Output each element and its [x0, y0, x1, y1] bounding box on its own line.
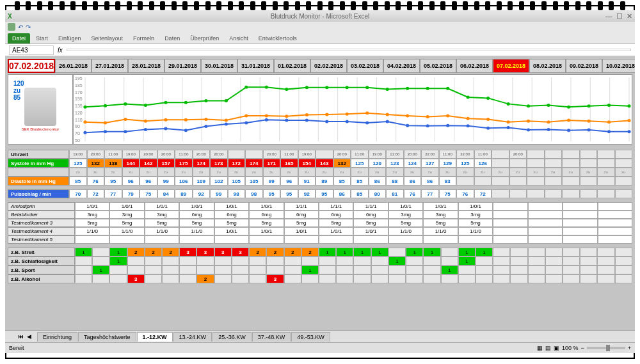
med-cell[interactable]: 6mg [179, 210, 214, 219]
cell[interactable]: 92 [298, 189, 316, 198]
med-cell[interactable] [528, 227, 563, 235]
cell[interactable]: 86 [369, 177, 387, 186]
cell[interactable] [527, 159, 545, 168]
cell[interactable]: zu [140, 168, 157, 177]
cell[interactable]: 127 [421, 159, 439, 168]
factor-cell[interactable] [510, 265, 527, 274]
factor-cell[interactable] [214, 257, 232, 265]
factor-cell[interactable] [441, 274, 458, 283]
close-icon[interactable]: ✕ [627, 12, 632, 20]
med-cell[interactable]: 3mg [458, 210, 493, 219]
factor-cell[interactable] [563, 248, 580, 257]
factor-cell[interactable] [563, 265, 580, 274]
cell[interactable]: 92 [193, 189, 211, 198]
med-cell[interactable]: 1/0/1 [214, 227, 249, 235]
med-cell[interactable] [598, 202, 632, 210]
factor-cell[interactable] [510, 274, 527, 283]
factor-cell[interactable] [179, 274, 196, 283]
med-cell[interactable]: 3mg [423, 210, 458, 219]
cell[interactable] [597, 150, 615, 159]
med-cell[interactable]: 1/0/1 [353, 227, 388, 235]
factor-cell[interactable] [249, 257, 266, 265]
med-cell[interactable] [528, 202, 563, 210]
cell[interactable] [527, 150, 545, 159]
cell[interactable]: 171 [263, 159, 281, 168]
factor-cell[interactable] [476, 265, 493, 274]
factor-cell[interactable] [615, 257, 632, 265]
med-cell[interactable]: 1/1/0 [145, 227, 179, 235]
cell[interactable]: 144 [122, 159, 140, 168]
factor-cell[interactable] [179, 265, 196, 274]
med-cell[interactable]: 5mg [75, 219, 109, 227]
factor-cell[interactable] [162, 274, 179, 283]
minimize-icon[interactable]: — [605, 12, 612, 20]
med-cell[interactable]: 1/1/1 [284, 202, 319, 210]
cell[interactable]: 89 [316, 177, 333, 186]
factor-cell[interactable] [580, 265, 597, 274]
cell[interactable] [492, 150, 509, 159]
med-cell[interactable] [563, 235, 597, 244]
cell[interactable]: zu [615, 168, 633, 177]
cell[interactable] [527, 177, 545, 186]
factor-cell[interactable] [162, 265, 179, 274]
ribbon-tab-datei[interactable]: Datei [8, 33, 30, 44]
med-cell[interactable] [249, 235, 284, 244]
factor-cell[interactable] [249, 265, 266, 274]
cell[interactable]: 86 [421, 177, 439, 186]
cell[interactable]: zu [157, 168, 175, 177]
factor-cell[interactable] [580, 257, 597, 265]
cell[interactable]: 11:00 [104, 150, 122, 159]
cell[interactable]: 77 [421, 189, 439, 198]
factor-cell[interactable]: 1 [458, 257, 476, 265]
cell[interactable]: 105 [228, 177, 246, 186]
sheet-tab[interactable]: Tageshöchstwerte [78, 332, 136, 342]
factor-cell[interactable] [336, 274, 353, 283]
undo-icon[interactable]: ↶ [18, 24, 23, 31]
cell[interactable]: 20:00 [193, 150, 211, 159]
cell[interactable]: 20:00 [87, 150, 105, 159]
cell[interactable]: 98 [228, 189, 246, 198]
cell[interactable] [492, 177, 509, 186]
med-cell[interactable] [388, 235, 423, 244]
sheet-tab[interactable]: 49.-53.KW [291, 332, 330, 342]
cell[interactable]: 11:00 [474, 150, 492, 159]
factor-cell[interactable] [249, 274, 266, 283]
factor-cell[interactable]: 1 [92, 265, 109, 274]
factor-cell[interactable] [580, 274, 597, 283]
factor-cell[interactable] [580, 248, 597, 257]
cell[interactable]: 11:00 [175, 150, 193, 159]
med-cell[interactable]: 1/1/0 [179, 227, 214, 235]
cell[interactable]: 88 [386, 177, 404, 186]
cell[interactable] [615, 189, 633, 198]
med-cell[interactable] [493, 202, 527, 210]
factor-cell[interactable] [301, 274, 319, 283]
cell[interactable] [615, 150, 633, 159]
ribbon-tab-formeln[interactable]: Formeln [129, 33, 159, 44]
cell[interactable] [562, 150, 580, 159]
cell[interactable]: 99 [263, 177, 281, 186]
med-cell[interactable]: 1/0/1 [75, 202, 109, 210]
factor-cell[interactable] [319, 257, 336, 265]
factor-cell[interactable] [266, 265, 284, 274]
factor-cell[interactable]: 2 [196, 274, 214, 283]
med-cell[interactable] [563, 202, 597, 210]
cell[interactable]: 102 [210, 177, 228, 186]
cell[interactable]: zu [316, 168, 333, 177]
med-cell[interactable]: 1/0/1 [423, 202, 458, 210]
factor-cell[interactable]: 1 [336, 248, 353, 257]
cell[interactable]: 20:00 [157, 150, 175, 159]
cell[interactable] [474, 177, 492, 186]
med-cell[interactable]: 5mg [319, 219, 353, 227]
cell[interactable]: 109 [193, 177, 211, 186]
sheet-tab[interactable]: 37.-48.KW [252, 332, 291, 342]
med-cell[interactable] [598, 235, 632, 244]
factor-cell[interactable]: 1 [423, 248, 440, 257]
cell[interactable]: zu [492, 168, 509, 177]
factor-cell[interactable]: 3 [196, 248, 214, 257]
med-cell[interactable]: 6mg [249, 210, 284, 219]
cell[interactable]: zu [439, 168, 457, 177]
factor-cell[interactable]: 2 [145, 248, 162, 257]
maximize-icon[interactable]: ☐ [616, 12, 623, 20]
cell[interactable]: 99 [157, 177, 175, 186]
factor-cell[interactable] [371, 257, 388, 265]
